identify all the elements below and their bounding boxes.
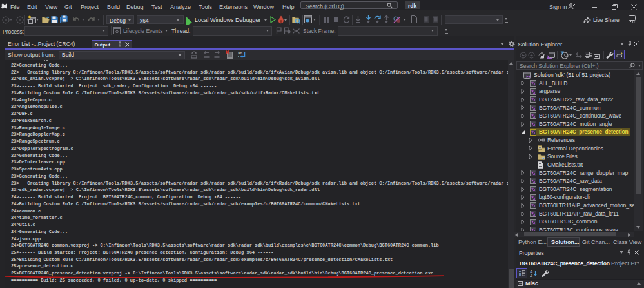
svg-text:Z: Z xyxy=(530,273,532,277)
svg-text:c: c xyxy=(238,54,240,58)
